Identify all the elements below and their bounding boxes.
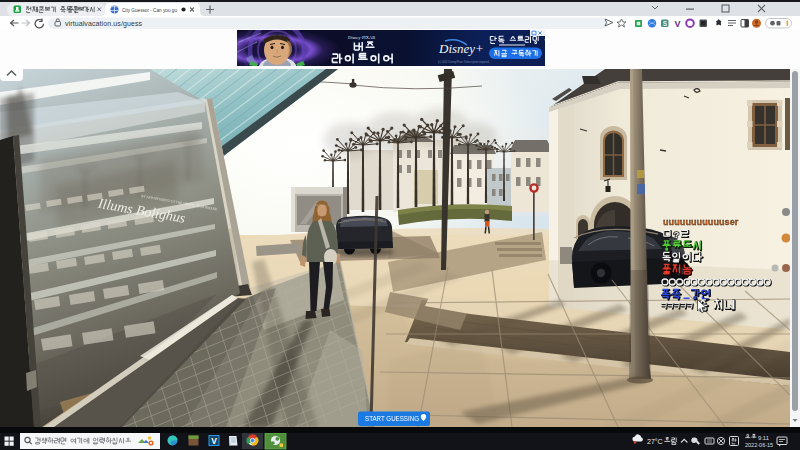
svg-text:City Guessor - Can you gu: City Guessor - Can you gu xyxy=(122,6,177,13)
svg-text:9:11: 9:11 xyxy=(758,435,769,441)
svg-text:V: V xyxy=(675,19,681,29)
svg-text:Disney·PIXAR: Disney·PIXAR xyxy=(348,35,375,40)
svg-text:(c) 2022 Disney/Pixar. Subscri: (c) 2022 Disney/Pixar. Subscription requ… xyxy=(438,60,490,64)
svg-text:?: ? xyxy=(674,229,680,240)
svg-text:2022-06-15: 2022-06-15 xyxy=(745,442,773,448)
svg-text:START GUESSING: START GUESSING xyxy=(365,415,419,422)
svg-text:27°C: 27°C xyxy=(647,438,663,445)
svg-text:V: V xyxy=(211,436,217,446)
svg-text:uuuuuuuuuuuser: uuuuuuuuuuuser xyxy=(663,217,739,227)
svg-text:S: S xyxy=(663,20,668,27)
svg-text:virtualvacation.us/guess: virtualvacation.us/guess xyxy=(65,20,143,28)
svg-text:Disney+: Disney+ xyxy=(438,41,484,56)
